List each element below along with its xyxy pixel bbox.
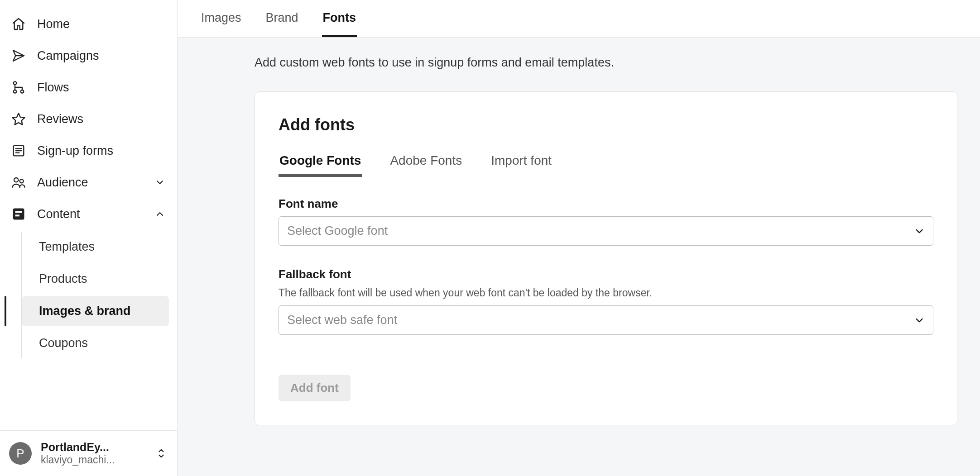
chevron-up-icon xyxy=(154,208,166,220)
top-tabs: Images Brand Fonts xyxy=(178,0,980,38)
account-subtext: klaviyo_machi... xyxy=(41,454,145,466)
star-icon xyxy=(11,111,26,127)
sidebar-item-campaigns[interactable]: Campaigns xyxy=(5,40,173,71)
fallback-font-select[interactable]: Select web safe font xyxy=(279,305,933,335)
tab-adobe-fonts[interactable]: Adobe Fonts xyxy=(389,147,463,177)
avatar: P xyxy=(9,442,32,465)
tab-fonts[interactable]: Fonts xyxy=(322,0,357,37)
account-text: PortlandEy... klaviyo_machi... xyxy=(41,441,145,466)
home-icon xyxy=(11,16,26,32)
page-intro: Add custom web fonts to use in signup fo… xyxy=(255,56,957,70)
add-font-button[interactable]: Add font xyxy=(279,375,351,401)
sidebar: Home Campaigns Flows Reviews Sign-up for xyxy=(0,0,178,476)
svg-marker-3 xyxy=(13,113,25,124)
account-switcher[interactable]: P PortlandEy... klaviyo_machi... xyxy=(0,430,177,476)
svg-point-8 xyxy=(14,178,18,182)
add-fonts-card: Add fonts Google Fonts Adobe Fonts Impor… xyxy=(255,91,957,425)
sidebar-item-reviews[interactable]: Reviews xyxy=(5,103,173,135)
svg-rect-10 xyxy=(14,209,24,219)
form-icon xyxy=(11,143,26,158)
font-name-field: Font name Select Google font xyxy=(279,197,933,246)
tab-brand[interactable]: Brand xyxy=(265,0,299,37)
sidebar-item-content[interactable]: Content xyxy=(5,198,173,230)
sidebar-subnav-content: Templates Products Images & brand Coupon… xyxy=(21,232,173,358)
sidebar-item-signup-forms[interactable]: Sign-up forms xyxy=(5,135,173,167)
main: Images Brand Fonts Add custom web fonts … xyxy=(178,0,980,476)
sidebar-subitem-coupons[interactable]: Coupons xyxy=(22,328,169,358)
card-title: Add fonts xyxy=(279,115,933,134)
font-name-label: Font name xyxy=(279,197,933,211)
send-icon xyxy=(11,48,26,63)
fallback-font-label: Fallback font xyxy=(279,267,933,281)
sidebar-item-label: Flows xyxy=(37,81,166,95)
sidebar-nav: Home Campaigns Flows Reviews Sign-up for xyxy=(0,0,177,430)
sidebar-subitem-images-brand[interactable]: Images & brand xyxy=(22,296,169,326)
tab-import-font[interactable]: Import font xyxy=(490,147,552,177)
font-name-select[interactable]: Select Google font xyxy=(279,216,933,246)
audience-icon xyxy=(11,175,26,190)
sidebar-item-label: Campaigns xyxy=(37,49,166,63)
svg-rect-12 xyxy=(15,214,19,216)
sidebar-item-label: Content xyxy=(37,207,143,221)
font-source-tabs: Google Fonts Adobe Fonts Import font xyxy=(279,147,933,177)
tab-google-fonts[interactable]: Google Fonts xyxy=(279,147,362,177)
sidebar-item-home[interactable]: Home xyxy=(5,8,173,40)
chevron-down-icon xyxy=(154,176,166,189)
sidebar-item-label: Reviews xyxy=(37,112,166,126)
sidebar-item-label: Home xyxy=(37,17,166,31)
fallback-font-help: The fallback font will be used when your… xyxy=(279,287,933,299)
sidebar-item-label: Sign-up forms xyxy=(37,144,166,158)
sidebar-item-label: Audience xyxy=(37,176,143,190)
content-area: Add custom web fonts to use in signup fo… xyxy=(178,38,980,476)
sidebar-item-audience[interactable]: Audience xyxy=(5,167,173,198)
sidebar-subitem-products[interactable]: Products xyxy=(22,264,169,294)
fallback-font-field: Fallback font The fallback font will be … xyxy=(279,267,933,335)
fallback-font-select-wrap: Select web safe font xyxy=(279,305,933,335)
svg-rect-11 xyxy=(15,211,22,213)
account-name: PortlandEy... xyxy=(41,441,145,454)
sidebar-subitem-templates[interactable]: Templates xyxy=(22,232,169,262)
content-icon xyxy=(11,206,26,222)
tab-images[interactable]: Images xyxy=(200,0,242,37)
sidebar-item-flows[interactable]: Flows xyxy=(5,71,173,103)
updown-icon xyxy=(154,447,168,460)
flows-icon xyxy=(11,80,26,95)
font-name-select-wrap: Select Google font xyxy=(279,216,933,246)
svg-point-9 xyxy=(20,179,24,183)
